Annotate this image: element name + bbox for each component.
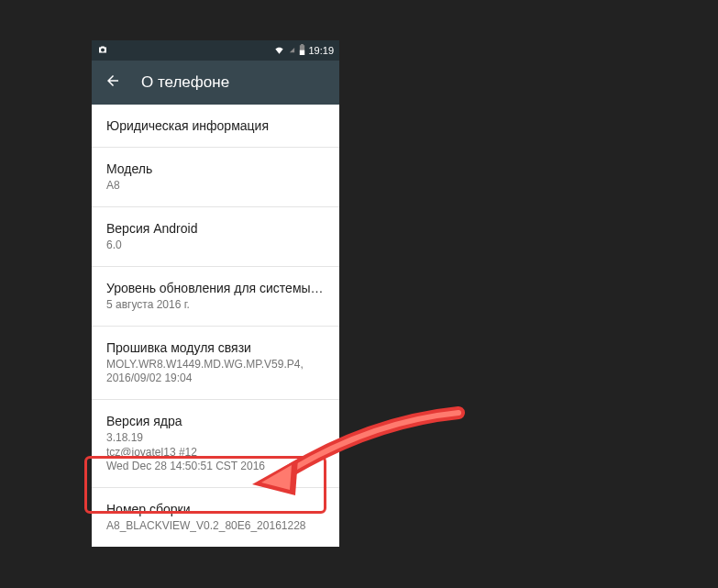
camera-icon — [97, 44, 108, 57]
item-subtitle: A8 — [106, 179, 325, 194]
page-title: О телефоне — [141, 73, 229, 92]
item-title: Прошивка модуля связи — [106, 339, 325, 356]
item-title: Юридическая информация — [106, 117, 325, 134]
back-icon[interactable] — [105, 72, 121, 93]
item-title: Уровень обновления для системы безопа… — [106, 280, 325, 296]
item-subtitle: 6.0 — [106, 239, 325, 253]
list-item-baseband[interactable]: Прошивка модуля связи MOLY.WR8.W1449.MD.… — [92, 327, 339, 400]
list-item-security-patch[interactable]: Уровень обновления для системы безопа… 5… — [92, 267, 339, 327]
wifi-icon — [273, 45, 285, 57]
settings-list: Юридическая информация Модель A8 Версия … — [92, 105, 339, 547]
battery-icon — [299, 44, 305, 57]
list-item-legal[interactable]: Юридическая информация — [92, 105, 339, 148]
status-time: 19:19 — [308, 45, 334, 56]
item-subtitle: 3.18.19 tcz@joyatel13 #12 Wed Dec 28 14:… — [106, 431, 325, 474]
item-subtitle: A8_BLACKVIEW_V0.2_80E6_20161228 — [106, 519, 325, 534]
item-title: Версия ядра — [106, 413, 325, 429]
item-subtitle: MOLY.WR8.W1449.MD.WG.MP.V59.P4, 2016/09/… — [106, 358, 325, 386]
phone-screen: 19:19 О телефоне Юридическая информация … — [92, 40, 339, 547]
status-bar: 19:19 — [92, 40, 339, 61]
list-item-kernel[interactable]: Версия ядра 3.18.19 tcz@joyatel13 #12 We… — [92, 400, 339, 488]
no-sim-icon — [288, 45, 296, 57]
list-item-build-number[interactable]: Номер сборки A8_BLACKVIEW_V0.2_80E6_2016… — [92, 488, 339, 547]
item-title: Модель — [106, 161, 325, 177]
item-title: Версия Android — [106, 220, 325, 237]
item-subtitle: 5 августа 2016 г. — [106, 298, 325, 313]
list-item-model[interactable]: Модель A8 — [92, 148, 339, 207]
app-bar: О телефоне — [92, 61, 339, 105]
list-item-android-version[interactable]: Версия Android 6.0 — [92, 207, 339, 267]
item-title: Номер сборки — [106, 501, 325, 517]
